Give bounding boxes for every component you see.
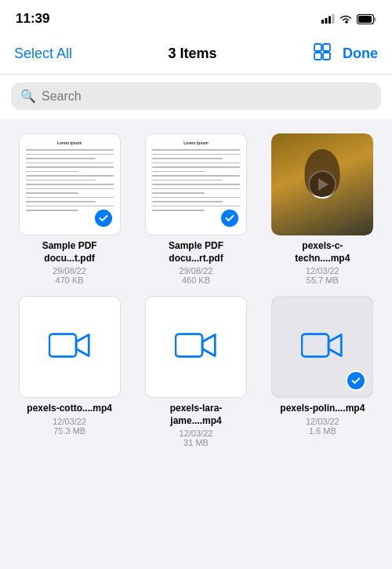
file-name: pexels-c-techn....mp4 <box>275 240 369 264</box>
list-item[interactable]: Lorem Ipsum <box>11 133 128 285</box>
status-time: 11:39 <box>16 11 49 27</box>
signal-icon <box>321 14 335 24</box>
file-date: 12/03/22 <box>53 417 86 426</box>
search-input[interactable] <box>42 89 372 104</box>
search-bar[interactable]: 🔍 <box>11 82 381 110</box>
files-grid: Lorem Ipsum <box>0 119 392 461</box>
file-thumbnail: Lorem Ipsum <box>145 133 247 235</box>
file-name: pexels-lara-jame....mp4 <box>149 403 243 427</box>
svg-rect-3 <box>332 14 335 24</box>
selected-check <box>93 208 114 228</box>
file-size: 75.3 MB <box>53 426 85 436</box>
file-size: 31 MB <box>183 438 209 447</box>
done-button[interactable]: Done <box>343 46 378 62</box>
file-date: 12/03/22 <box>306 266 339 275</box>
svg-rect-7 <box>314 44 321 51</box>
battery-icon <box>357 14 376 24</box>
svg-rect-13 <box>302 334 328 357</box>
list-item[interactable]: pexels-cotto....mp4 12/03/22 75.3 MB <box>11 296 128 447</box>
svg-rect-6 <box>358 16 372 23</box>
toolbar: Select All 3 Items Done <box>0 35 392 75</box>
search-bar-wrapper: 🔍 <box>0 75 392 119</box>
file-thumbnail <box>19 296 121 398</box>
file-thumbnail <box>145 296 247 398</box>
video-camera-icon <box>175 330 217 364</box>
list-item[interactable]: pexels-lara-jame....mp4 12/03/22 31 MB <box>137 296 254 447</box>
file-date: 12/03/22 <box>306 417 339 426</box>
file-thumbnail: Lorem Ipsum <box>19 133 121 235</box>
file-date: 29/08/22 <box>53 266 86 275</box>
file-size: 1.6 MB <box>309 426 336 436</box>
file-name: Sample PDF docu...t.pdf <box>23 240 117 264</box>
toolbar-title: 3 Items <box>169 46 217 62</box>
svg-rect-11 <box>49 334 76 357</box>
wifi-icon <box>339 14 352 24</box>
svg-rect-10 <box>323 53 330 60</box>
status-bar: 11:39 <box>0 0 392 35</box>
svg-rect-8 <box>323 44 330 51</box>
file-date: 12/03/22 <box>180 429 213 438</box>
grid-icon <box>313 42 332 61</box>
file-date: 29/08/22 <box>180 266 213 275</box>
video-camera-icon <box>49 330 91 364</box>
file-name: pexels-cotto....mp4 <box>27 403 112 415</box>
list-item[interactable]: Lorem Ipsum <box>137 133 254 285</box>
list-item[interactable]: pexels-polin....mp4 12/03/22 1.6 MB <box>264 296 381 447</box>
toolbar-right: Done <box>313 42 378 64</box>
svg-rect-12 <box>176 334 202 357</box>
video-camera-icon <box>301 330 343 364</box>
file-thumbnail <box>271 296 373 398</box>
svg-rect-5 <box>374 17 376 21</box>
file-size: 470 KB <box>56 275 84 285</box>
search-icon: 🔍 <box>20 89 36 104</box>
file-name: Sample PDF docu...rt.pdf <box>149 240 243 264</box>
file-thumbnail <box>271 133 373 235</box>
svg-rect-2 <box>328 16 331 24</box>
svg-rect-1 <box>325 18 328 24</box>
status-icons <box>321 14 376 24</box>
file-size: 460 KB <box>182 275 210 285</box>
selected-check <box>346 370 366 391</box>
svg-rect-9 <box>314 53 321 60</box>
grid-view-button[interactable] <box>313 42 332 64</box>
list-item[interactable]: pexels-c-techn....mp4 12/03/22 55.7 MB <box>264 133 381 285</box>
select-all-button[interactable]: Select All <box>14 46 72 62</box>
selected-check <box>220 208 240 228</box>
file-size: 55.7 MB <box>307 275 339 285</box>
svg-rect-0 <box>321 20 324 24</box>
file-name: pexels-polin....mp4 <box>280 403 365 415</box>
